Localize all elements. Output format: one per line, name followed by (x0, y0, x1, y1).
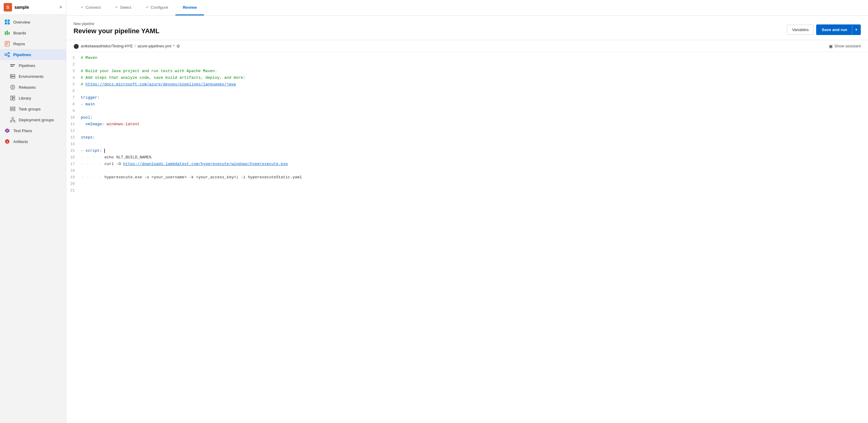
line-number: 11 (66, 121, 80, 128)
line-number: 6 (66, 88, 80, 94)
line-content: trigger: (80, 94, 868, 101)
sidebar-item-artifacts[interactable]: A Artifacts (0, 136, 66, 147)
svg-rect-25 (13, 98, 15, 100)
line-number: 7 (66, 94, 80, 101)
sidebar-item-deployment-groups[interactable]: Deployment groups (0, 114, 66, 125)
svg-rect-16 (10, 64, 15, 65)
svg-rect-4 (5, 31, 6, 35)
tab-connect[interactable]: ✓ Connect (73, 0, 108, 16)
overview-icon (4, 19, 10, 25)
code-url-link: https://downloads.lambdatest.com/hyperex… (123, 162, 288, 166)
sidebar-item-boards[interactable]: Boards (0, 27, 66, 38)
editor-topbar: ⬤ aniketawasthidoc/Testng-HYE / azure-pi… (66, 40, 868, 52)
line-content: pool: (80, 114, 868, 121)
code-line: 3# Build your Java project and run tests… (66, 68, 868, 75)
tab-configure[interactable]: ✓ Configure (138, 0, 176, 16)
code-line: 20 (66, 181, 868, 187)
line-content: · · · · curl -O https://downloads.lambda… (80, 161, 868, 167)
line-number: 2 (66, 61, 80, 68)
sidebar-item-task-groups[interactable]: Task groups (0, 104, 66, 114)
sidebar-item-pipelines-sub[interactable]: Pipelines (0, 60, 66, 71)
code-line: 2 (66, 61, 868, 68)
line-number: 18 (66, 167, 80, 174)
editor-filepath: ⬤ aniketawasthidoc/Testng-HYE / azure-pi… (73, 43, 180, 49)
sidebar-item-label: Task groups (19, 107, 41, 111)
library-icon (10, 95, 16, 101)
configure-check-icon: ✓ (146, 5, 149, 9)
tab-select[interactable]: ✓ Select (108, 0, 138, 16)
line-number: 16 (66, 154, 80, 161)
sidebar: S sample + Overview (0, 0, 66, 423)
svg-text:A: A (6, 140, 8, 143)
line-content: # Build your Java project and run tests … (80, 68, 868, 75)
sidebar-item-test-plans[interactable]: Test Plans (0, 125, 66, 136)
assistant-icon: ▣ (829, 44, 833, 49)
line-number: 15 (66, 147, 80, 154)
svg-point-13 (8, 56, 10, 57)
sidebar-item-overview[interactable]: Overview (0, 17, 66, 27)
tab-review[interactable]: Review (176, 0, 204, 16)
tab-review-label: Review (183, 5, 197, 10)
svg-point-21 (11, 77, 12, 78)
code-line: 21 (66, 187, 868, 194)
tab-connect-label: Connect (86, 5, 101, 10)
line-number: 5 (66, 81, 80, 88)
svg-rect-30 (10, 121, 12, 122)
page-title: Review your pipeline YAML (73, 27, 159, 35)
test-plans-icon (4, 128, 10, 134)
svg-point-12 (8, 53, 10, 54)
add-project-button[interactable]: + (59, 4, 62, 10)
svg-rect-18 (10, 75, 15, 76)
variables-button[interactable]: Variables (787, 25, 814, 35)
sidebar-item-library[interactable]: Library (0, 93, 66, 104)
svg-rect-19 (10, 77, 15, 78)
sidebar-item-releases[interactable]: Releases (0, 82, 66, 93)
task-groups-icon (10, 106, 16, 112)
code-line: 18 (66, 167, 868, 174)
select-check-icon: ✓ (115, 5, 118, 9)
svg-rect-29 (12, 117, 13, 119)
line-number: 10 (66, 114, 80, 121)
wizard-tabs: ✓ Connect ✓ Select ✓ Configure Review (66, 0, 868, 16)
code-line: 9 (66, 108, 868, 114)
sidebar-item-label: Boards (13, 31, 26, 35)
connect-check-icon: ✓ (81, 5, 84, 9)
svg-rect-27 (10, 108, 15, 110)
sidebar-item-label: Pipelines (13, 53, 31, 57)
sidebar-item-environments[interactable]: Environments (0, 71, 66, 82)
sidebar-item-label: Repos (13, 41, 25, 46)
repo-name: aniketawasthidoc/Testng-HYE (81, 44, 133, 48)
org-icon: S (4, 3, 12, 11)
main-content: ✓ Connect ✓ Select ✓ Configure Review Ne… (66, 0, 868, 423)
artifacts-icon: A (4, 139, 10, 144)
tab-configure-label: Configure (151, 5, 168, 10)
line-content: vmImage: windows-latest (80, 121, 868, 128)
code-editor[interactable]: 1# Maven23# Build your Java project and … (66, 52, 868, 423)
sidebar-item-pipelines-header[interactable]: Pipelines (0, 49, 66, 60)
save-run-caret-icon[interactable]: ▾ (852, 25, 860, 34)
svg-rect-17 (10, 66, 14, 67)
svg-point-11 (5, 54, 7, 56)
line-number: 17 (66, 161, 80, 167)
show-assistant-button[interactable]: ▣ Show assistant (829, 44, 861, 49)
svg-rect-31 (13, 121, 15, 122)
page-header-left: New pipeline Review your pipeline YAML (73, 22, 159, 35)
line-content: # Maven (80, 55, 868, 61)
github-icon: ⬤ (73, 43, 79, 49)
code-line: 7trigger: (66, 94, 868, 101)
environments-icon (10, 73, 16, 79)
line-content: · · · · hyperexecute.exe -u <your_userna… (80, 174, 868, 181)
sidebar-item-label: Pipelines (19, 63, 35, 68)
sidebar-item-label: Test Plans (13, 129, 32, 133)
save-run-button[interactable]: Save and run ▾ (816, 24, 861, 35)
line-number: 20 (66, 181, 80, 187)
releases-icon (10, 84, 16, 90)
sidebar-item-repos[interactable]: Repos (0, 38, 66, 49)
boards-icon (4, 30, 10, 36)
line-content: # https://docs.microsoft.com/azure/devop… (80, 81, 868, 88)
code-line: 5# https://docs.microsoft.com/azure/devo… (66, 81, 868, 88)
pipelines-bar-icon (10, 62, 16, 68)
line-number: 19 (66, 174, 80, 181)
edit-settings-icon[interactable]: ⚙ (176, 44, 180, 49)
sidebar-item-label: Environments (19, 74, 44, 79)
